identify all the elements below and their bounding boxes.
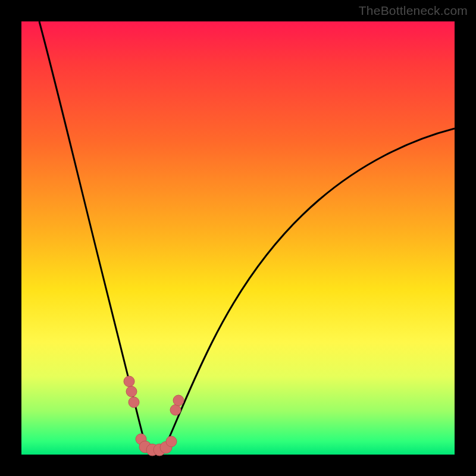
curve-layer xyxy=(21,21,455,455)
marker-dot xyxy=(170,405,181,415)
marker-dot xyxy=(166,436,177,447)
marker-group xyxy=(124,376,184,456)
marker-dot xyxy=(126,386,137,397)
right-branch-curve xyxy=(164,129,455,449)
watermark-text: TheBottleneck.com xyxy=(359,4,468,18)
marker-dot xyxy=(129,397,139,408)
chart-frame: TheBottleneck.com xyxy=(0,0,476,476)
marker-dot xyxy=(173,395,184,406)
plot-area xyxy=(21,21,455,455)
marker-dot xyxy=(124,376,134,387)
